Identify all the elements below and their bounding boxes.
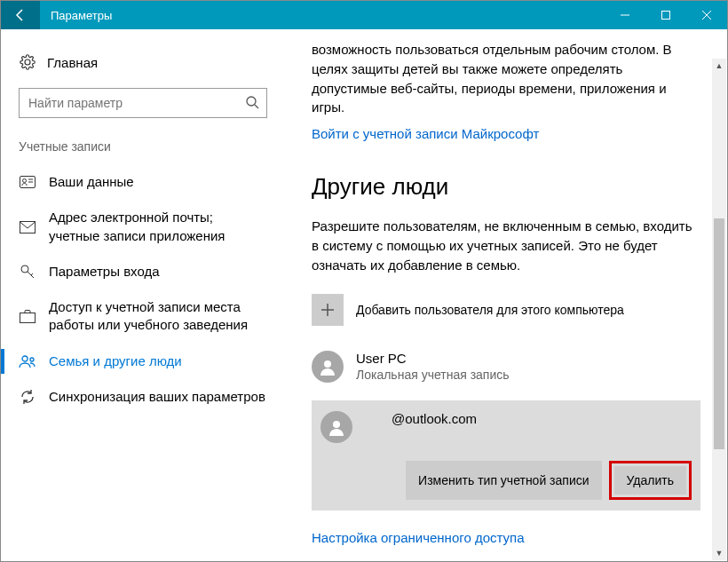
svg-rect-14 [20, 313, 36, 323]
minimize-icon [621, 11, 629, 20]
svg-rect-1 [662, 12, 670, 20]
scroll-down-button[interactable]: ▼ [712, 546, 726, 560]
svg-point-7 [23, 179, 27, 183]
scrollbar-thumb[interactable] [714, 218, 724, 449]
window-title: Параметры [40, 9, 605, 22]
sidebar: Главная Учетные записи Ваши данные Адрес… [1, 29, 285, 561]
search-input[interactable] [28, 96, 245, 110]
back-button[interactable] [1, 1, 40, 29]
mail-icon [19, 221, 36, 234]
sidebar-item-your-info[interactable]: Ваши данные [1, 164, 285, 200]
sidebar-item-sync[interactable]: Синхронизация ваших параметров [1, 379, 285, 415]
maximize-icon [661, 11, 670, 20]
avatar [320, 411, 352, 443]
svg-line-12 [28, 272, 34, 278]
svg-rect-10 [20, 221, 36, 233]
sidebar-item-family[interactable]: Семья и другие люди [1, 344, 285, 379]
sidebar-item-label: Доступ к учетной записи места работы или… [49, 298, 267, 335]
close-icon [702, 11, 711, 20]
sidebar-item-work-access[interactable]: Доступ к учетной записи места работы или… [1, 289, 285, 344]
scroll-up-button[interactable]: ▲ [712, 59, 726, 73]
delete-button[interactable]: Удалить [614, 466, 686, 495]
person-badge-icon [19, 176, 36, 188]
close-button[interactable] [686, 1, 727, 29]
add-user-label: Добавить пользователя для этого компьюте… [356, 303, 624, 317]
person-icon [318, 357, 337, 376]
other-people-desc: Разрешите пользователям, не включенным в… [312, 217, 700, 274]
scrollbar-vertical[interactable]: ▲ ▼ [712, 59, 726, 560]
main-panel: возможность пользоваться отдельным рабоч… [285, 29, 727, 561]
search-box[interactable] [19, 88, 267, 118]
maximize-button[interactable] [645, 1, 686, 29]
highlight-frame: Удалить [609, 461, 692, 500]
add-user-button[interactable]: Добавить пользователя для этого компьюте… [312, 294, 700, 326]
user-name: @outlook.com [392, 411, 477, 426]
restricted-access-link[interactable]: Настройка ограниченного доступа [312, 530, 700, 545]
user-row-selected[interactable]: @outlook.com Изменить тип учетной записи… [312, 400, 700, 511]
search-icon [245, 95, 259, 112]
minimize-button[interactable] [605, 1, 645, 29]
svg-point-4 [247, 97, 256, 106]
user-name: User PC [356, 351, 510, 366]
sidebar-item-label: Адрес электронной почты; учетные записи … [49, 209, 267, 245]
people-icon [19, 354, 36, 368]
sidebar-item-email[interactable]: Адрес электронной почты; учетные записи … [1, 200, 285, 254]
home-label: Главная [47, 55, 98, 70]
user-subtitle: Локальная учетная запись [356, 368, 510, 382]
person-icon [327, 417, 346, 437]
svg-point-15 [22, 356, 28, 361]
svg-point-20 [333, 421, 340, 428]
svg-point-16 [30, 358, 34, 361]
plus-icon [312, 294, 344, 326]
sync-icon [19, 389, 36, 405]
sidebar-section-label: Учетные записи [1, 132, 285, 164]
svg-point-19 [324, 360, 331, 368]
signin-ms-link[interactable]: Войти с учетной записи Майкрософт [312, 126, 700, 141]
sidebar-item-label: Синхронизация ваших параметров [49, 388, 265, 406]
svg-line-13 [31, 273, 33, 275]
briefcase-icon [19, 309, 36, 323]
family-intro-text: возможность пользоваться отдельным рабоч… [312, 40, 700, 117]
svg-line-5 [255, 105, 258, 108]
arrow-left-icon [13, 8, 28, 22]
change-account-type-button[interactable]: Изменить тип учетной записи [406, 461, 601, 500]
key-icon [19, 264, 36, 280]
svg-point-11 [21, 265, 28, 273]
gear-icon [19, 54, 36, 70]
sidebar-item-signin-options[interactable]: Параметры входа [1, 254, 285, 289]
avatar [312, 351, 344, 383]
sidebar-item-label: Параметры входа [49, 263, 160, 281]
user-row[interactable]: User PC Локальная учетная запись [312, 345, 700, 388]
home-button[interactable]: Главная [1, 47, 285, 77]
other-people-heading: Другие люди [312, 173, 700, 201]
sidebar-item-label: Семья и другие люди [49, 352, 182, 370]
sidebar-item-label: Ваши данные [49, 173, 134, 191]
